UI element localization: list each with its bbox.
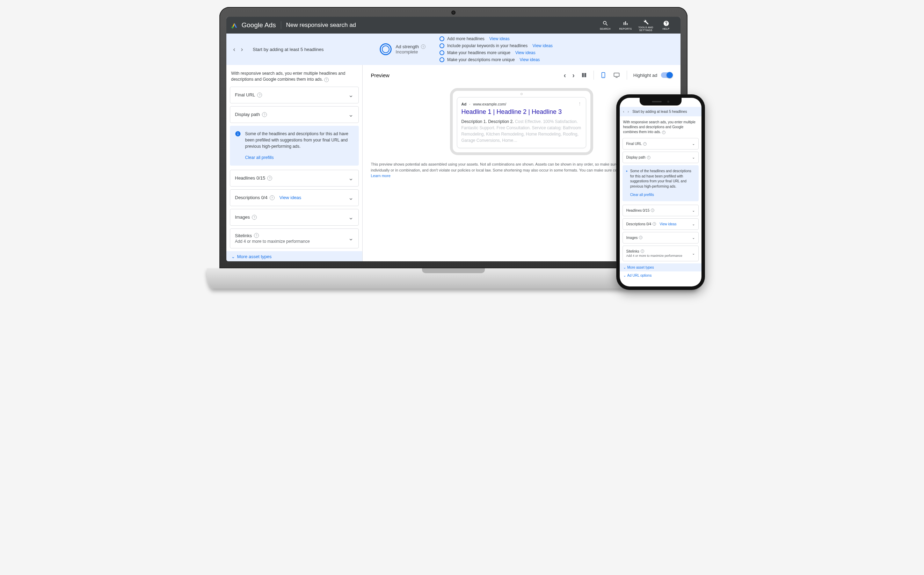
help-icon[interactable]: ?	[643, 142, 647, 146]
ad-headline: Headline 1 | Headline 2 | Headline 3	[462, 108, 582, 116]
left-panel: With responsive search ads, you enter mu…	[226, 65, 363, 261]
help-icon[interactable]: ?	[653, 222, 656, 226]
help-icon[interactable]: ?	[647, 156, 651, 159]
clear-prefills-button[interactable]: Clear all prefills	[630, 192, 695, 198]
wrench-icon	[643, 19, 649, 25]
chevron-down-icon: ⌄	[692, 236, 695, 240]
reports-button[interactable]: REPORTS	[616, 20, 636, 30]
more-asset-types-button[interactable]: ⌄More asset types	[226, 251, 362, 261]
nav-prev-button[interactable]: ‹	[233, 46, 235, 53]
display-path-card[interactable]: Display path? ⌄	[230, 106, 359, 123]
search-icon	[602, 20, 608, 27]
prefill-info-box: Some of the headlines and descriptions f…	[622, 165, 699, 201]
highlight-ad-label: Highlight ad	[633, 73, 657, 78]
sitelinks-card[interactable]: Sitelinks?Add 4 or more to maximize perf…	[622, 246, 699, 261]
svg-point-0	[231, 27, 233, 29]
desktop-view-button[interactable]	[613, 72, 621, 78]
search-button[interactable]: SEARCH	[595, 20, 616, 30]
display-path-card[interactable]: Display path?⌄	[622, 152, 699, 163]
ad-menu-button[interactable]: ⋮	[578, 102, 582, 106]
laptop-camera	[451, 11, 456, 15]
chevron-down-icon: ⌄	[348, 111, 354, 118]
chevron-down-icon: ⌄	[348, 91, 354, 99]
help-icon[interactable]: ?	[662, 131, 665, 134]
ad-url: www.example.com/	[473, 102, 506, 106]
preview-next-button[interactable]: ›	[572, 71, 575, 79]
chevron-down-icon: ⌄	[692, 222, 695, 226]
chevron-down-icon: ⌄	[231, 254, 235, 259]
mobile-strength-bar: ‹ › Start by adding at least 5 headlines	[620, 107, 702, 116]
view-ideas-link[interactable]: View ideas	[489, 37, 510, 41]
mobile-view-button[interactable]	[600, 71, 606, 79]
help-icon[interactable]: ?	[324, 78, 329, 82]
nav-next-button[interactable]: ›	[241, 46, 243, 53]
chevron-down-icon: ⌄	[348, 213, 354, 221]
descriptions-card[interactable]: Descriptions 0/4?View ideas ⌄	[230, 189, 359, 206]
help-icon[interactable]: ?	[252, 215, 257, 220]
clear-prefills-button[interactable]: Clear all prefills	[245, 154, 354, 161]
help-icon[interactable]: ?	[270, 195, 275, 200]
phone-notch	[640, 98, 681, 105]
checkbox-icon	[440, 37, 445, 41]
help-icon[interactable]: ?	[641, 249, 644, 253]
chevron-down-icon: ⌄	[348, 194, 354, 202]
help-icon[interactable]: ?	[262, 112, 267, 117]
ad-strength-label: Ad strength	[396, 44, 419, 49]
nav-next-button[interactable]: ›	[628, 110, 629, 114]
svg-rect-5	[614, 73, 619, 76]
brand-label: Google Ads	[242, 21, 281, 29]
ad-strength-bar: ‹ › Start by adding at least 5 headlines…	[226, 33, 681, 65]
help-icon[interactable]: ?	[421, 44, 425, 49]
final-url-card[interactable]: Final URL? ⌄	[230, 87, 359, 103]
view-ideas-link[interactable]: View ideas	[279, 195, 302, 200]
preview-prev-button[interactable]: ‹	[564, 71, 566, 79]
view-ideas-link[interactable]: View ideas	[520, 57, 540, 62]
prefill-info-box: Some of the headlines and descriptions f…	[230, 126, 359, 165]
help-icon[interactable]: ?	[651, 208, 654, 212]
ad-badge: Ad	[462, 102, 467, 106]
svg-rect-2	[584, 73, 586, 77]
checkbox-icon	[440, 50, 445, 55]
headlines-card[interactable]: Headlines 0/15?⌄	[622, 205, 699, 216]
tools-settings-button[interactable]: TOOLS AND SETTINGS	[636, 19, 656, 32]
nav-prev-button[interactable]: ‹	[623, 110, 624, 114]
app-header: Google Ads New responsive search ad SEAR…	[226, 17, 681, 33]
help-button[interactable]: HELP	[656, 20, 676, 30]
checkbox-icon	[440, 57, 445, 62]
help-icon[interactable]: ?	[254, 233, 259, 238]
chevron-down-icon: ⌄	[348, 174, 354, 182]
view-ideas-link[interactable]: View ideas	[660, 222, 676, 226]
columns-icon[interactable]	[581, 72, 587, 78]
info-icon	[235, 131, 241, 137]
chevron-down-icon: ⌄	[692, 208, 695, 213]
highlight-ad-toggle[interactable]	[661, 72, 672, 78]
view-ideas-link[interactable]: View ideas	[515, 50, 535, 55]
ad-strength-status: Incomplete	[396, 49, 426, 54]
ad-description: Description 1. Description 2.	[462, 119, 514, 124]
ad-preview-card: Ad · www.example.com/ ⋮ Headline 1 | Hea…	[457, 97, 586, 148]
more-asset-types-button[interactable]: ⌄More asset types	[620, 264, 702, 272]
learn-more-link[interactable]: Learn more	[371, 174, 391, 178]
intro-text: With responsive search ads, you enter mu…	[620, 116, 702, 138]
sitelinks-card[interactable]: Sitelinks? Add 4 or more to maximize per…	[230, 229, 359, 248]
chevron-down-icon: ⌄	[692, 142, 695, 146]
start-hint: Start by adding at least 5 headlines	[253, 47, 324, 52]
ad-url-options-button[interactable]: ⌄Ad URL options	[620, 272, 702, 280]
svg-rect-1	[582, 73, 584, 77]
images-card[interactable]: Images?⌄	[622, 232, 699, 243]
preview-title: Preview	[371, 72, 389, 78]
help-icon[interactable]: ?	[257, 92, 262, 97]
headlines-card[interactable]: Headlines 0/15? ⌄	[230, 170, 359, 187]
chevron-down-icon: ⌄	[692, 156, 695, 159]
chevron-down-icon: ⌄	[623, 273, 626, 277]
page-title: New responsive search ad	[281, 22, 356, 29]
view-ideas-link[interactable]: View ideas	[532, 43, 552, 48]
chevron-down-icon: ⌄	[348, 234, 354, 242]
final-url-card[interactable]: Final URL?⌄	[622, 138, 699, 149]
help-icon[interactable]: ?	[639, 236, 643, 239]
help-icon[interactable]: ?	[267, 176, 272, 181]
intro-text: With responsive search ads, you enter mu…	[230, 69, 359, 87]
images-card[interactable]: Images? ⌄	[230, 209, 359, 226]
descriptions-card[interactable]: Descriptions 0/4?View ideas⌄	[622, 218, 699, 230]
chevron-down-icon: ⌄	[692, 251, 695, 255]
